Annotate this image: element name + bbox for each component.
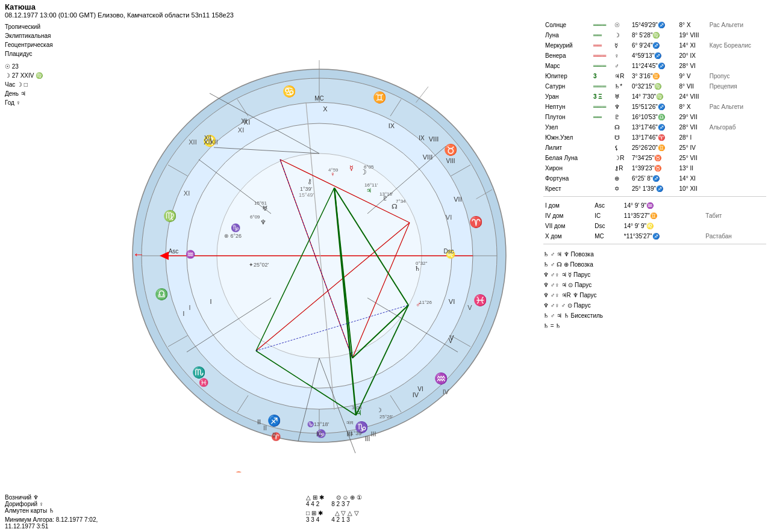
svg-text:II: II — [272, 432, 276, 439]
planet-name-cell: Марс — [543, 61, 592, 71]
voznichniy: Возничий ♆ — [5, 494, 125, 501]
planet-symbol-cell: ♀ — [613, 51, 630, 61]
bottom-section: Возничий ♆ Дорифорий ♀ Алмутен карты ♄ М… — [5, 494, 766, 530]
planet-star-cell — [708, 163, 766, 173]
planet-star-cell — [708, 153, 766, 163]
planet-bar-cell: ══ — [592, 112, 613, 122]
planet-star-cell — [708, 61, 766, 71]
svg-text:♓: ♓ — [199, 377, 209, 388]
house-star — [704, 221, 766, 231]
svg-text:⚷: ⚷ — [307, 178, 312, 185]
chart-area: ♈ ♉ ♊ ♋ ♌ ♍ ♎ ♏ ♐ — [101, 20, 537, 492]
stat2-val: 8 2 3 7 — [331, 501, 350, 507]
svg-text:☿: ☿ — [349, 164, 354, 172]
planet-bar-cell — [592, 184, 613, 194]
planet-row: Солнце ═══ ☉ 15°49'29"♐ 8° X Рас Альгети — [543, 20, 766, 30]
planet-pos-cell: 25° 1'39"♐ — [630, 184, 678, 194]
separator2 — [543, 244, 766, 244]
house-symbol: Dsc — [593, 221, 622, 231]
aspect-item: ♆ ♂♀ ♂ ⊙ Парус — [543, 300, 766, 311]
planet-bar-cell: ═══ — [592, 81, 613, 91]
svg-text:♑13°18': ♑13°18' — [307, 421, 329, 428]
svg-text:♆: ♆ — [260, 218, 266, 226]
stat1-val: 4 4 2 — [306, 501, 319, 507]
planet-row: Плутон ══ ♇ 16°10'53"♎ 29° VII — [543, 112, 766, 122]
planet-bar-cell: 3 — [592, 71, 613, 81]
svg-text:←: ← — [133, 247, 145, 261]
planet-bar-cell: ═══ — [592, 61, 613, 71]
svg-text:XII: XII — [189, 138, 196, 146]
svg-text:0°32'': 0°32'' — [416, 261, 428, 266]
house-pos: 11°35'27"♊ — [622, 211, 704, 221]
planet-bar-cell: 3 Ξ — [592, 91, 613, 102]
planet-name-cell: Южн.Узел — [543, 132, 592, 143]
house-pos: *11°35'27"♐ — [622, 231, 704, 241]
svg-text:II: II — [263, 424, 267, 431]
separator — [543, 196, 766, 197]
planet-house-cell: 25° VII — [678, 153, 708, 163]
planet-star-cell — [708, 132, 766, 143]
natal-chart: ♈ ♉ ♊ ♋ ♌ ♍ ♎ ♏ ♐ — [120, 39, 518, 472]
day-data: День ♃ — [5, 89, 101, 98]
svg-text:13°18': 13°18' — [379, 191, 393, 197]
aspect-item: ♆ ♂♀ ♃ ☿ Парус — [543, 270, 766, 280]
planet-name-cell: Сатурн — [543, 81, 592, 91]
planet-bar-cell: ═══ — [592, 20, 613, 30]
svg-text:VIII: VIII — [423, 153, 433, 161]
planet-row: Меркурий ══ ☿ 6° 9'24"♐ 14° XI Каус Боре… — [543, 40, 766, 51]
svg-text:15°49': 15°49' — [299, 192, 314, 198]
svg-text:VII: VII — [454, 196, 461, 203]
planet-star-cell — [708, 51, 766, 61]
aspect-item: ♄ ♂ ♃ ♄ Бисекстиль — [543, 311, 766, 321]
planet-star-cell — [708, 143, 766, 153]
planet-name-cell: Плутон — [543, 112, 592, 122]
house-row: X дом MC *11°35'27"♐ Растабан — [543, 231, 766, 241]
planet-pos-cell: 15°51'26"♐ — [630, 102, 678, 112]
svg-text:⊗ 6°26: ⊗ 6°26 — [224, 233, 242, 239]
planet-bar-cell — [592, 143, 613, 153]
planet-pos-cell: 6° 9'24"♐ — [630, 40, 678, 51]
planet-row: Сатурн ═══ ♄* 0°32'15"♍ 8° VII Прецепия — [543, 81, 766, 91]
svg-text:♈: ♈ — [469, 215, 483, 229]
planet-pos-cell: 11°24'45"♐ — [630, 61, 678, 71]
planet-name-cell: Крест — [543, 184, 592, 194]
svg-text:♒: ♒ — [434, 372, 448, 385]
planet-bar-cell: ══ — [592, 40, 613, 51]
planet-house-cell: 9° V — [678, 71, 708, 81]
svg-text:I: I — [210, 298, 211, 305]
house-star: Табит — [704, 211, 766, 221]
svg-text:III: III — [370, 430, 376, 438]
planet-pos-cell: 13°17'46"♈ — [630, 132, 678, 143]
planet-row: Луна ══ ☽ 8° 5'28"♍ 19° VIII — [543, 30, 766, 40]
svg-text:♀1°39': ♀1°39' — [346, 430, 363, 436]
planet-house-cell: 20° IX — [678, 51, 708, 61]
house-pos: 14° 9' 9"♒ — [622, 200, 704, 211]
planet-house-cell: 19° VIII — [678, 30, 708, 40]
planet-house-cell: 28° I — [678, 132, 708, 143]
planet-name-cell: Юпитер — [543, 71, 592, 81]
svg-text:XI: XI — [241, 118, 246, 125]
svg-text:25°26': 25°26' — [379, 414, 393, 419]
planet-row: Венера ═══ ♀ 4°59'13"♐ 20° IX — [543, 51, 766, 61]
planet-house-cell: 28° VI — [678, 61, 708, 71]
planet-house-cell: 28° VII — [678, 122, 708, 132]
svg-text:♑: ♑ — [231, 223, 241, 233]
svg-text:Asc: Asc — [169, 248, 179, 255]
svg-text:11°26: 11°26 — [419, 300, 432, 305]
planet-symbol-cell: ⚸ — [613, 143, 630, 153]
right-panel: Солнце ═══ ☉ 15°49'29"♐ 8° X Рас Альгети… — [537, 20, 766, 492]
planet-pos-cell: 15°49'29"♐ — [630, 20, 678, 30]
svg-text:VI: VI — [446, 214, 452, 221]
planet-row: Хирон ⚷R 1°39'23"♉ 13° II — [543, 163, 766, 173]
svg-text:✦25°02': ✦25°02' — [249, 262, 269, 268]
house-pos: 14° 9' 9"♌ — [622, 221, 704, 231]
planet-name-cell: Уран — [543, 91, 592, 102]
svg-text:☽: ☽ — [376, 407, 382, 413]
svg-text:♉: ♉ — [444, 143, 458, 156]
year-data: Год ♀ — [5, 98, 101, 107]
planet-symbol-cell: ☋ — [613, 132, 630, 143]
chart-title: Катюша — [5, 2, 766, 11]
svg-text:♉: ♉ — [234, 471, 244, 472]
planet-name-cell: Белая Луна — [543, 153, 592, 163]
planet-symbol-cell: ☊ — [613, 122, 630, 132]
